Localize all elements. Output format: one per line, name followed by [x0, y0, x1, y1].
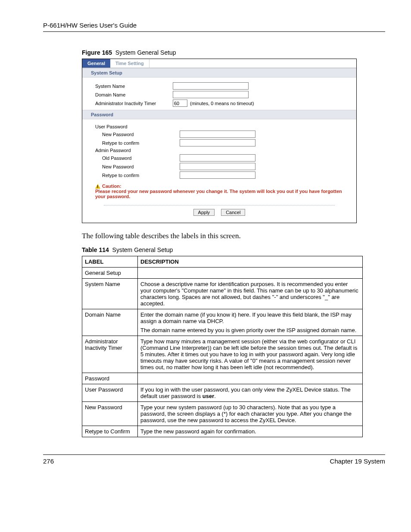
caution-label: Caution:: [102, 184, 121, 189]
admin-retype-input[interactable]: [180, 171, 255, 179]
cell-label: General Setup: [82, 268, 138, 279]
cancel-button[interactable]: Cancel: [221, 209, 245, 216]
apply-button[interactable]: Apply: [193, 209, 215, 216]
tab-time-setting[interactable]: Time Setting: [110, 59, 149, 68]
domain-name-input[interactable]: [173, 91, 249, 98]
label-user-password: User Password: [95, 124, 173, 129]
table-row: General Setup: [82, 268, 363, 279]
figure-title: System General Setup: [115, 49, 176, 56]
table-caption: Table 114 System General Setup: [82, 246, 385, 253]
admin-timer-input[interactable]: [173, 100, 187, 107]
system-general-setup-panel: General Time Setting System Setup System…: [82, 59, 357, 223]
label-admin-retype: Retype to confirm: [95, 173, 180, 178]
cell-label: Password: [82, 373, 138, 384]
section-system-setup: System Setup: [82, 68, 356, 78]
label-admin-old-password: Old Password: [95, 156, 180, 161]
table-row: Retype to Confirm Type the new password …: [82, 426, 363, 437]
tab-general[interactable]: General: [82, 59, 110, 68]
doc-header: P-661H/HW Series User's Guide: [43, 22, 385, 32]
table-row: System Name Choose a descriptive name fo…: [82, 279, 363, 309]
th-description: DESCRIPTION: [138, 256, 363, 268]
cell-desc: Enter the domain name (if you know it) h…: [138, 309, 363, 336]
label-admin-password: Admin Password: [95, 148, 173, 153]
table-row: Password: [82, 373, 363, 384]
label-user-retype: Retype to confirm: [95, 140, 180, 146]
tab-bar: General Time Setting: [82, 59, 356, 68]
chapter-label: Chapter 19 System: [330, 457, 385, 465]
cell-desc: Type the new password again for confirma…: [138, 426, 363, 437]
table-title: System General Setup: [112, 246, 173, 253]
system-name-input[interactable]: [173, 82, 249, 90]
table-row: User Password If you log in with the use…: [82, 384, 363, 402]
button-row: Apply Cancel: [104, 205, 335, 223]
label-user-new-password: New Password: [95, 132, 180, 137]
cell-desc: Choose a descriptive name for identifica…: [138, 279, 363, 309]
cell-desc: Type how many minutes a management sessi…: [138, 336, 363, 373]
label-admin-timer: Administrator Inactivity Timer: [95, 101, 173, 106]
cell-desc: [138, 268, 363, 279]
description-table: LABEL DESCRIPTION General Setup System N…: [82, 256, 363, 437]
page-footer: 276 Chapter 19 System: [43, 454, 385, 465]
user-retype-input[interactable]: [180, 139, 255, 146]
cell-desc: If you log in with the user password, yo…: [138, 384, 363, 402]
label-domain-name: Domain Name: [95, 92, 173, 97]
table-row: New Password Type your new system passwo…: [82, 402, 363, 426]
label-system-name: System Name: [95, 84, 173, 89]
cell-label: Domain Name: [82, 309, 138, 336]
intro-text: The following table describes the labels…: [82, 232, 385, 240]
cell-desc: Type your new system password (up to 30 …: [138, 402, 363, 426]
th-label: LABEL: [82, 256, 138, 268]
admin-timer-hint: (minutes, 0 means no timeout): [190, 101, 254, 106]
figure-number: Figure 165: [82, 49, 112, 56]
table-row: Domain Name Enter the domain name (if yo…: [82, 309, 363, 336]
section-password: Password: [82, 110, 356, 119]
table-number: Table 114: [82, 246, 109, 253]
figure-caption: Figure 165 System General Setup: [82, 49, 385, 56]
cell-label: Retype to Confirm: [82, 426, 138, 437]
table-row: Administrator Inactivity Timer Type how …: [82, 336, 363, 373]
cell-desc: [138, 373, 363, 384]
cell-label: User Password: [82, 384, 138, 402]
caution-block: Caution: Please record your new password…: [82, 182, 356, 202]
admin-new-password-input[interactable]: [180, 163, 255, 170]
admin-old-password-input[interactable]: [180, 154, 255, 162]
caution-text: Please record your new password whenever…: [95, 189, 348, 199]
cell-label: System Name: [82, 279, 138, 309]
page-number: 276: [43, 457, 54, 465]
label-admin-new-password: New Password: [95, 164, 180, 169]
user-new-password-input[interactable]: [180, 131, 255, 138]
cell-label: New Password: [82, 402, 138, 426]
cell-label: Administrator Inactivity Timer: [82, 336, 138, 373]
warning-icon: [95, 184, 100, 189]
